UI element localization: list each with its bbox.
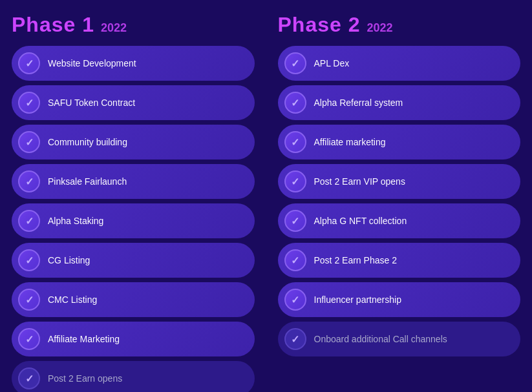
check-box-post-earn-vip: ✓ bbox=[284, 170, 306, 192]
roadmap-item-website-dev[interactable]: ✓Website Development bbox=[12, 46, 255, 81]
check-box-affiliate-marketing2: ✓ bbox=[284, 131, 306, 153]
roadmap-item-safu-token[interactable]: ✓SAFU Token Contract bbox=[12, 85, 255, 120]
roadmap-item-affiliate-marketing[interactable]: ✓Affiliate Marketing bbox=[12, 322, 255, 356]
check-icon-post-earn-phase2: ✓ bbox=[291, 254, 299, 267]
check-icon-alpha-nft: ✓ bbox=[291, 215, 299, 227]
item-label-alpha-nft: Alpha G NFT collection bbox=[314, 215, 407, 227]
check-icon-influencer: ✓ bbox=[291, 294, 299, 306]
roadmap-item-cmc-listing[interactable]: ✓CMC Listing bbox=[12, 282, 255, 317]
check-box-apl-dex: ✓ bbox=[284, 52, 306, 74]
check-box-post-earn-opens: ✓ bbox=[18, 367, 40, 389]
phase2-year: 2022 bbox=[367, 21, 392, 35]
item-label-influencer: Influencer partnership bbox=[314, 294, 401, 305]
check-icon-onboard-call: ✓ bbox=[291, 333, 299, 346]
phase1-header: Phase 1 2022 bbox=[12, 13, 255, 37]
check-icon-post-earn-vip: ✓ bbox=[291, 176, 299, 188]
roadmap-item-post-earn-vip[interactable]: ✓Post 2 Earn VIP opens bbox=[278, 164, 521, 199]
roadmap-item-post-earn-phase2[interactable]: ✓Post 2 Earn Phase 2 bbox=[278, 243, 521, 278]
check-box-pinksale: ✓ bbox=[18, 170, 40, 192]
phase1-items-list: ✓Website Development✓SAFU Token Contract… bbox=[12, 46, 255, 392]
item-label-post-earn-opens: Post 2 Earn opens bbox=[48, 373, 122, 384]
roadmap-item-alpha-staking[interactable]: ✓Alpha Staking bbox=[12, 203, 255, 238]
check-box-post-earn-phase2: ✓ bbox=[284, 249, 306, 271]
roadmap-item-pinksale[interactable]: ✓Pinksale Fairlaunch bbox=[12, 164, 255, 199]
check-box-cg-listing: ✓ bbox=[18, 249, 40, 271]
check-box-safu-token: ✓ bbox=[18, 92, 40, 114]
check-icon-cg-listing: ✓ bbox=[25, 254, 34, 267]
roadmap-item-onboard-call[interactable]: ✓Onboard additional Call channels bbox=[278, 322, 521, 356]
check-box-onboard-call: ✓ bbox=[284, 328, 306, 350]
check-icon-cmc-listing: ✓ bbox=[25, 294, 34, 306]
roadmap-item-affiliate-marketing2[interactable]: ✓Affiliate marketing bbox=[278, 125, 521, 160]
item-label-alpha-staking: Alpha Staking bbox=[48, 215, 103, 227]
check-icon-affiliate-marketing2: ✓ bbox=[291, 136, 299, 149]
item-label-post-earn-phase2: Post 2 Earn Phase 2 bbox=[314, 254, 397, 266]
phase2-items-list: ✓APL Dex✓Alpha Referral system✓Affiliate… bbox=[278, 46, 521, 379]
phase1-column: Phase 1 2022 ✓Website Development✓SAFU T… bbox=[0, 0, 266, 392]
check-box-cmc-listing: ✓ bbox=[18, 289, 40, 311]
check-icon-pinksale: ✓ bbox=[25, 176, 34, 188]
check-icon-alpha-staking: ✓ bbox=[25, 215, 34, 227]
item-label-onboard-call: Onboard additional Call channels bbox=[314, 333, 447, 345]
item-label-cmc-listing: CMC Listing bbox=[48, 294, 97, 305]
check-icon-safu-token: ✓ bbox=[25, 97, 34, 109]
item-label-website-dev: Website Development bbox=[48, 57, 136, 69]
item-label-affiliate-marketing: Affiliate Marketing bbox=[48, 333, 120, 345]
phase1-title: Phase 1 bbox=[12, 13, 94, 37]
check-icon-post-earn-opens: ✓ bbox=[25, 373, 34, 385]
check-icon-apl-dex: ✓ bbox=[291, 57, 299, 70]
phase1-year: 2022 bbox=[101, 21, 127, 35]
roadmap-item-apl-dex[interactable]: ✓APL Dex bbox=[278, 46, 521, 81]
check-box-alpha-nft: ✓ bbox=[284, 210, 306, 232]
item-label-alpha-referral: Alpha Referral system bbox=[314, 97, 403, 108]
item-label-apl-dex: APL Dex bbox=[314, 57, 350, 69]
check-icon-website-dev: ✓ bbox=[25, 57, 34, 70]
check-box-alpha-referral: ✓ bbox=[284, 92, 306, 114]
check-box-influencer: ✓ bbox=[284, 289, 306, 311]
roadmap-item-post-earn-opens[interactable]: ✓Post 2 Earn opens bbox=[12, 361, 255, 392]
phase2-header: Phase 2 2022 bbox=[278, 13, 521, 37]
check-icon-alpha-referral: ✓ bbox=[291, 97, 299, 109]
phase2-title: Phase 2 bbox=[278, 13, 361, 37]
check-icon-affiliate-marketing: ✓ bbox=[25, 333, 34, 346]
check-box-website-dev: ✓ bbox=[18, 52, 40, 74]
roadmap-item-influencer[interactable]: ✓Influencer partnership bbox=[278, 282, 521, 317]
roadmap-item-alpha-nft[interactable]: ✓Alpha G NFT collection bbox=[278, 203, 521, 238]
item-label-cg-listing: CG Listing bbox=[48, 254, 90, 266]
item-label-safu-token: SAFU Token Contract bbox=[48, 97, 135, 108]
check-icon-community-building: ✓ bbox=[25, 136, 34, 149]
phase2-column: Phase 2 2022 ✓APL Dex✓Alpha Referral sys… bbox=[266, 0, 533, 392]
item-label-post-earn-vip: Post 2 Earn VIP opens bbox=[314, 176, 405, 187]
check-box-affiliate-marketing: ✓ bbox=[18, 328, 40, 350]
roadmap-item-alpha-referral[interactable]: ✓Alpha Referral system bbox=[278, 85, 521, 120]
roadmap-item-community-building[interactable]: ✓Community building bbox=[12, 125, 255, 160]
item-label-pinksale: Pinksale Fairlaunch bbox=[48, 176, 127, 187]
item-label-affiliate-marketing2: Affiliate marketing bbox=[314, 136, 386, 148]
check-box-community-building: ✓ bbox=[18, 131, 40, 153]
roadmap-item-cg-listing[interactable]: ✓CG Listing bbox=[12, 243, 255, 278]
check-box-alpha-staking: ✓ bbox=[18, 210, 40, 232]
item-label-community-building: Community building bbox=[48, 136, 127, 148]
